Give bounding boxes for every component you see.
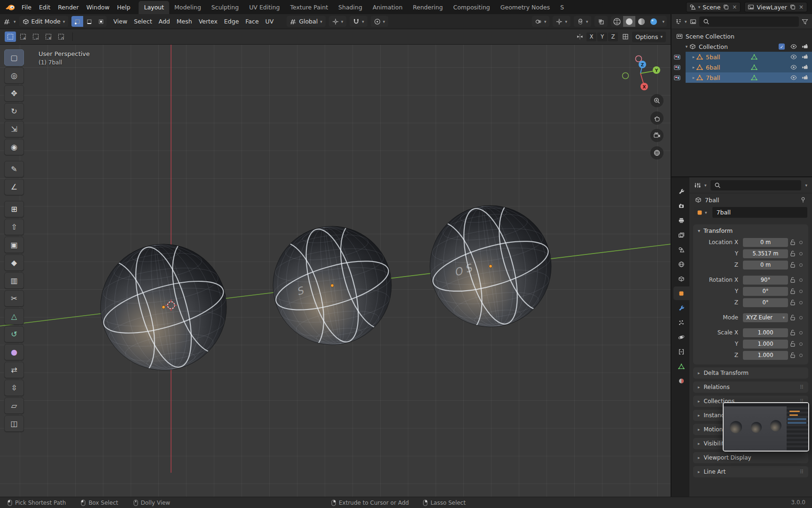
- properties-tab-modifiers[interactable]: [673, 301, 689, 315]
- viewlayer-name[interactable]: ViewLayer: [757, 4, 787, 11]
- select-set-invert[interactable]: ×: [43, 32, 54, 42]
- lock-open-icon[interactable]: [788, 288, 797, 294]
- lock-open-icon[interactable]: [788, 250, 797, 257]
- pivot-dropdown[interactable]: ▾: [329, 16, 347, 27]
- tool-inset-faces[interactable]: ▣: [4, 237, 24, 253]
- shading-solid-button[interactable]: [623, 16, 635, 27]
- outliner-search-input[interactable]: [699, 16, 799, 27]
- xray-toggle[interactable]: [594, 16, 608, 27]
- expand-arrow-icon[interactable]: ▸: [691, 65, 696, 70]
- properties-search-input[interactable]: [710, 180, 802, 190]
- outliner-editor-icon[interactable]: [675, 18, 682, 25]
- lock-open-icon[interactable]: [788, 299, 797, 306]
- zoom-button[interactable]: [650, 94, 664, 107]
- shading-rendered-button[interactable]: [648, 16, 660, 27]
- properties-tab-collection[interactable]: [673, 272, 689, 286]
- tool-add-cube[interactable]: ⊞: [4, 201, 24, 217]
- viewport-menu-add[interactable]: Add: [156, 16, 173, 26]
- display-mode-icon[interactable]: [690, 18, 696, 25]
- tool-annotate[interactable]: ✎: [4, 161, 24, 177]
- lock-open-icon[interactable]: [788, 262, 797, 268]
- outliner-row-scene-collection[interactable]: Scene Collection: [671, 31, 812, 41]
- animate-decorator[interactable]: [797, 278, 805, 282]
- select-mode-vertex[interactable]: [71, 16, 83, 27]
- lock-open-icon[interactable]: [788, 341, 797, 347]
- properties-tab-material[interactable]: [673, 374, 689, 388]
- properties-tab-view-layer[interactable]: [673, 228, 689, 242]
- properties-options-icon[interactable]: ▾: [805, 183, 807, 188]
- animate-decorator[interactable]: [797, 301, 805, 304]
- filter-icon[interactable]: [802, 18, 808, 25]
- viewport-menu-vertex[interactable]: Vertex: [195, 16, 221, 26]
- mirror-axis-x[interactable]: X: [586, 32, 596, 41]
- viewlayer-selector[interactable]: ViewLayer ×: [744, 2, 807, 12]
- panel-relations[interactable]: ▸Relations⠿: [693, 381, 808, 393]
- camera-visibility-icon[interactable]: [802, 54, 808, 60]
- transform-panel-header[interactable]: ▾ Transform: [693, 224, 808, 237]
- workspace-tab-shading[interactable]: Shading: [333, 1, 367, 14]
- orientation-dropdown[interactable]: Global ▾: [287, 16, 325, 27]
- tool-rotate[interactable]: ↻: [4, 103, 24, 119]
- number-field[interactable]: 0°: [743, 287, 788, 296]
- tool-spin[interactable]: ↺: [4, 326, 24, 342]
- number-field[interactable]: 0°: [743, 298, 788, 307]
- menu-file[interactable]: File: [18, 2, 35, 13]
- pan-hand-button[interactable]: [650, 111, 664, 125]
- tool-shrink-fatten[interactable]: ⇳: [4, 380, 24, 396]
- animate-decorator[interactable]: [797, 263, 805, 267]
- tool-move[interactable]: ✥: [4, 85, 24, 102]
- tool-select-box[interactable]: ▢: [4, 49, 24, 66]
- eye-icon[interactable]: [790, 74, 797, 81]
- blender-logo-icon[interactable]: [5, 3, 16, 11]
- properties-tab-physics[interactable]: [673, 330, 689, 344]
- snapping-dropdown[interactable]: ▾: [350, 16, 367, 27]
- number-field[interactable]: 5.3517 m: [743, 249, 788, 258]
- mode-dropdown-field[interactable]: XYZ Euler▾: [743, 313, 788, 322]
- remove-viewlayer-icon[interactable]: ×: [798, 4, 804, 10]
- outliner-row-5ball[interactable]: ▸5ball: [671, 52, 812, 62]
- expand-arrow-icon[interactable]: ▾: [684, 44, 689, 49]
- number-field[interactable]: 0 m: [743, 238, 788, 247]
- tool-cursor[interactable]: ◎: [4, 67, 24, 84]
- mirror-axis-z[interactable]: Z: [608, 32, 618, 41]
- new-viewlayer-icon[interactable]: [789, 4, 796, 10]
- number-field[interactable]: 1.000: [743, 340, 788, 349]
- shading-wireframe-button[interactable]: [611, 16, 623, 27]
- select-set-new[interactable]: [5, 32, 16, 42]
- overlays-dropdown[interactable]: ▾: [574, 16, 592, 27]
- tool-shear[interactable]: ▱: [4, 397, 24, 414]
- lock-open-icon[interactable]: [788, 352, 797, 358]
- visibility-dropdown[interactable]: ▾: [532, 16, 550, 27]
- unlink-scene-icon[interactable]: ×: [732, 4, 737, 10]
- animate-decorator[interactable]: [797, 316, 805, 319]
- viewport-menu-uv[interactable]: UV: [262, 16, 277, 26]
- editor-type-icon[interactable]: [4, 18, 10, 25]
- viewport-menu-select[interactable]: Select: [131, 16, 156, 26]
- panel-viewport-display[interactable]: ▸Viewport Display: [693, 452, 808, 463]
- properties-tab-scene[interactable]: [673, 243, 689, 256]
- tool-measure[interactable]: ∠: [4, 179, 24, 195]
- camera-visibility-icon[interactable]: [802, 64, 808, 71]
- outliner-row-7ball[interactable]: ▸7ball: [671, 72, 812, 83]
- select-set-subtract[interactable]: −: [30, 32, 41, 42]
- animate-decorator[interactable]: [797, 252, 805, 255]
- workspace-tab-modeling[interactable]: Modeling: [169, 1, 206, 14]
- camera-visibility-icon[interactable]: [802, 74, 808, 81]
- animate-decorator[interactable]: [797, 241, 805, 244]
- select-set-intersect[interactable]: ∩: [55, 32, 67, 42]
- lock-open-icon[interactable]: [788, 314, 797, 321]
- workspace-tab-sculpting[interactable]: Sculpting: [206, 1, 244, 14]
- properties-editor-icon[interactable]: [694, 182, 701, 189]
- eye-icon[interactable]: [790, 43, 797, 50]
- tool-loop-cut[interactable]: ▥: [4, 272, 24, 289]
- outliner-row-collection[interactable]: ▾Collection✓: [671, 41, 812, 52]
- number-field[interactable]: 1.000: [743, 351, 788, 360]
- expand-arrow-icon[interactable]: ▸: [691, 55, 696, 59]
- tool-extrude-region[interactable]: ⇧: [4, 219, 24, 235]
- outliner-row-6ball[interactable]: ▸6ball: [671, 62, 812, 72]
- tool-edge-slide[interactable]: ⇄: [4, 362, 24, 378]
- object-name-label[interactable]: 7ball: [706, 74, 720, 81]
- tool-scale[interactable]: ⇲: [4, 121, 24, 137]
- animate-decorator[interactable]: [797, 342, 805, 346]
- lock-open-icon[interactable]: [788, 329, 797, 336]
